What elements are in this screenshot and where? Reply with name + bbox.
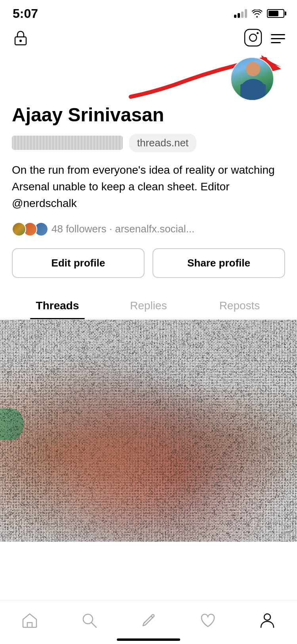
instagram-icon xyxy=(243,28,263,48)
follower-avatar-1 xyxy=(12,222,26,236)
wifi-icon xyxy=(252,10,262,17)
battery-icon xyxy=(267,9,284,18)
tab-replies[interactable]: Replies xyxy=(103,290,194,319)
bottom-nav xyxy=(0,600,297,644)
compose-nav-item[interactable] xyxy=(132,608,165,632)
content-area xyxy=(0,320,297,558)
heart-icon xyxy=(199,611,217,629)
followers-text: 48 followers · arsenalfx.social... xyxy=(51,223,194,235)
svg-rect-2 xyxy=(245,29,261,46)
compose-icon xyxy=(140,611,157,629)
share-profile-button[interactable]: Share profile xyxy=(152,248,285,278)
signal-icon xyxy=(234,9,247,18)
home-indicator xyxy=(117,638,180,641)
search-nav-item[interactable] xyxy=(72,608,106,632)
blurred-content xyxy=(0,320,297,542)
tab-reposts[interactable]: Reposts xyxy=(194,290,285,319)
activity-nav-item[interactable] xyxy=(191,608,225,632)
username-row: threads.net xyxy=(12,134,285,152)
profile-avatar xyxy=(230,57,274,101)
top-nav xyxy=(0,24,297,53)
svg-point-3 xyxy=(249,34,257,41)
svg-line-12 xyxy=(91,623,96,627)
svg-rect-10 xyxy=(240,84,266,100)
profile-bio: On the run from everyone's idea of reali… xyxy=(12,162,285,212)
status-time: 5:07 xyxy=(13,6,38,21)
svg-point-13 xyxy=(264,614,270,620)
lock-button[interactable] xyxy=(12,29,29,48)
profile-nav-item[interactable] xyxy=(251,608,284,632)
edit-profile-button[interactable]: Edit profile xyxy=(12,248,145,278)
followers-row[interactable]: 48 followers · arsenalfx.social... xyxy=(12,222,285,236)
search-icon xyxy=(80,611,98,629)
svg-point-4 xyxy=(257,32,259,34)
menu-button[interactable] xyxy=(271,34,285,43)
threads-net-badge: threads.net xyxy=(129,134,196,152)
tab-threads[interactable]: Threads xyxy=(12,290,103,319)
nav-right-icons xyxy=(243,28,285,49)
follower-avatars xyxy=(12,222,45,236)
status-bar: 5:07 xyxy=(0,0,297,24)
svg-point-8 xyxy=(246,62,260,76)
instagram-button[interactable] xyxy=(243,28,263,49)
svg-point-1 xyxy=(19,40,22,42)
profile-icon xyxy=(259,611,276,629)
username-blurred xyxy=(12,136,123,150)
lock-icon xyxy=(12,29,29,46)
profile-name: Ajaay Srinivasan xyxy=(12,105,285,126)
tabs-row: Threads Replies Reposts xyxy=(12,290,285,320)
profile-header: Ajaay Srinivasan xyxy=(12,105,285,126)
profile-section: Ajaay Srinivasan threads.net On the run … xyxy=(0,105,297,320)
action-buttons: Edit profile Share profile xyxy=(12,248,285,278)
home-icon xyxy=(21,611,38,629)
status-icons xyxy=(234,9,284,18)
home-nav-item[interactable] xyxy=(13,608,46,632)
